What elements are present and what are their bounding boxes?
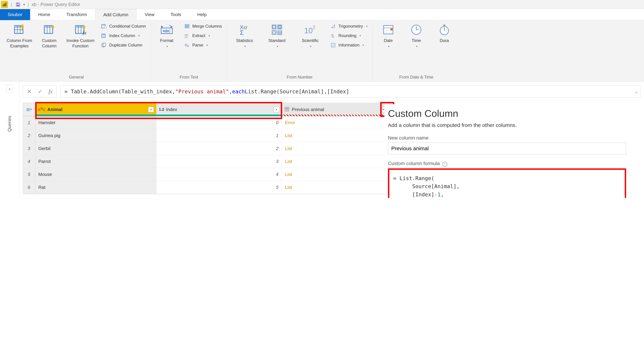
cell-animal[interactable]: Rat xyxy=(35,181,156,194)
commit-formula-icon[interactable]: ✓ xyxy=(38,88,42,95)
svg-rect-34 xyxy=(188,24,189,28)
cell-index[interactable]: 3 xyxy=(156,155,282,168)
duplicate-column-button[interactable]: Duplicate Column xyxy=(99,42,147,49)
table-lightning-icon xyxy=(12,23,26,36)
svg-rect-33 xyxy=(185,24,186,28)
text-type-icon: ABC xyxy=(38,107,46,112)
svg-rect-55 xyxy=(390,28,392,30)
cell-previous[interactable]: List xyxy=(282,142,391,155)
cell-animal[interactable]: Mouse xyxy=(35,168,156,181)
standard-button[interactable]: Standard ▾ xyxy=(262,22,292,48)
cell-index[interactable]: 1 xyxy=(156,129,282,142)
table-row[interactable]: 2Guinea pig1List xyxy=(23,129,391,142)
conditional-column-button[interactable]: : Conditional Column xyxy=(99,23,147,30)
parse-button[interactable]: abc Parse ▾ xyxy=(182,42,223,49)
cell-previous[interactable]: List xyxy=(282,168,391,181)
queries-label: Queries xyxy=(7,116,12,132)
column-header-animal[interactable]: ABC Animal ▾ xyxy=(35,103,156,116)
information-button[interactable]: Information ▾ xyxy=(328,42,369,49)
svg-rect-25 xyxy=(102,34,106,35)
trigonometry-button[interactable]: Trigonometry ▾ xyxy=(328,23,369,30)
table-row[interactable]: 3Gerbil2List xyxy=(23,142,391,155)
tab-add-column[interactable]: Add Column xyxy=(95,9,136,20)
info-icon[interactable]: i xyxy=(442,162,447,167)
ribbon-group-from-datetime: Date ▾ Time ▾ Dura From Date & T xyxy=(372,22,460,81)
chevron-down-icon: ▾ xyxy=(244,45,246,48)
row-number: 6 xyxy=(23,181,35,194)
parse-icon: abc xyxy=(184,42,190,48)
format-button[interactable]: ABC Format ▾ xyxy=(154,22,179,48)
cell-index[interactable]: 5 xyxy=(156,181,282,194)
cell-previous[interactable]: Error xyxy=(282,116,391,129)
extract-button[interactable]: ABC123 Extract ▾ xyxy=(182,32,223,39)
cell-previous[interactable]: List xyxy=(282,129,391,142)
cell-index[interactable]: 2 xyxy=(156,142,282,155)
formula-input[interactable]: = Table.AddColumn(Table_with_index, "Pre… xyxy=(60,85,640,98)
invoke-custom-function-button[interactable]: fx Invoke Custom Function xyxy=(65,22,96,49)
cell-animal[interactable]: Parrot xyxy=(35,155,156,168)
tab-file[interactable]: Soubor xyxy=(0,9,30,20)
new-column-name-input[interactable] xyxy=(388,143,626,155)
tab-help[interactable]: Help xyxy=(189,9,214,20)
tab-home[interactable]: Home xyxy=(30,9,58,20)
time-button[interactable]: Time ▾ xyxy=(404,22,428,48)
cell-index[interactable]: 0 xyxy=(156,116,282,129)
info-grid-icon xyxy=(330,42,336,48)
cell-previous[interactable]: List xyxy=(282,181,391,194)
custom-column-button[interactable]: Custom Column xyxy=(37,22,62,49)
chevron-down-icon: ▾ xyxy=(208,34,210,37)
expand-queries-icon[interactable]: › xyxy=(6,85,13,93)
table-row[interactable]: 1Hamster0Error xyxy=(23,116,391,129)
cell-previous[interactable]: List xyxy=(282,155,391,168)
custom-formula-input[interactable]: = List.Range( Source[Animal], [Index]-1,… xyxy=(388,169,626,198)
tab-transform[interactable]: Transform xyxy=(58,9,95,20)
rounding-button[interactable]: .00 Rounding ▾ xyxy=(328,32,369,39)
quick-access-dropdown-icon[interactable]: ▾ xyxy=(23,3,25,6)
scientific-button[interactable]: 102 Scientific ▾ xyxy=(295,22,325,48)
custom-column-panel: Custom Column Add a column that is compu… xyxy=(384,104,630,198)
tab-view[interactable]: View xyxy=(136,9,162,20)
table-row[interactable]: 6Rat5List xyxy=(23,181,391,194)
calculator-icon xyxy=(270,23,284,36)
cell-animal[interactable]: Gerbil xyxy=(35,142,156,155)
table-row[interactable]: 4Parrot3List xyxy=(23,155,391,168)
cancel-formula-icon[interactable]: ✕ xyxy=(27,88,32,95)
column-from-examples-button[interactable]: Column From Examples xyxy=(5,22,34,49)
merge-columns-button[interactable]: Merge Columns xyxy=(182,23,223,30)
ribbon-group-from-number: XσΣ Statistics ▾ Standard ▾ 102 Sc xyxy=(227,22,372,81)
merge-columns-icon xyxy=(184,23,190,29)
chevron-down-icon: ▾ xyxy=(362,44,364,46)
cell-animal[interactable]: Hamster xyxy=(35,116,156,129)
svg-text::: : xyxy=(105,26,106,29)
svg-rect-60 xyxy=(443,25,445,26)
fx-icon[interactable]: fx xyxy=(48,88,52,95)
rounding-icon: .00 xyxy=(330,33,336,38)
table-select-icon[interactable]: ▦▾ xyxy=(23,103,35,116)
filter-dropdown-icon[interactable]: ▾ xyxy=(148,107,154,112)
svg-text:.00: .00 xyxy=(331,34,334,36)
row-number: 4 xyxy=(23,155,35,168)
filter-dropdown-icon[interactable]: ▾ xyxy=(274,107,279,112)
svg-text:ABC: ABC xyxy=(162,29,171,33)
expand-formula-icon[interactable]: ⌄ xyxy=(635,89,638,94)
duration-button[interactable]: Dura xyxy=(432,22,456,43)
chevron-down-icon: ▾ xyxy=(206,44,208,46)
svg-point-32 xyxy=(161,26,163,28)
app-icon xyxy=(1,1,8,8)
panel-title: Custom Column xyxy=(388,108,626,119)
sigma-icon: XσΣ xyxy=(238,23,251,36)
any-type-icon: ABC123 xyxy=(284,107,290,112)
conditional-column-icon: : xyxy=(101,23,107,29)
tab-tools[interactable]: Tools xyxy=(162,9,189,20)
save-icon[interactable] xyxy=(15,1,21,8)
cell-index[interactable]: 4 xyxy=(156,168,282,181)
date-button[interactable]: Date ▾ xyxy=(376,22,400,48)
cell-animal[interactable]: Guinea pig xyxy=(35,129,156,142)
svg-rect-29 xyxy=(103,43,106,46)
column-header-index[interactable]: 1.2 Index ▾ xyxy=(156,103,282,116)
chevron-down-icon: ▾ xyxy=(277,45,278,48)
statistics-button[interactable]: XσΣ Statistics ▾ xyxy=(230,22,258,48)
index-column-button[interactable]: Index Column ▾ xyxy=(99,32,147,39)
table-row[interactable]: 5Mouse4List xyxy=(23,168,391,181)
column-header-previous-animal[interactable]: ABC123 Previous animal ↤↦ xyxy=(282,103,391,116)
